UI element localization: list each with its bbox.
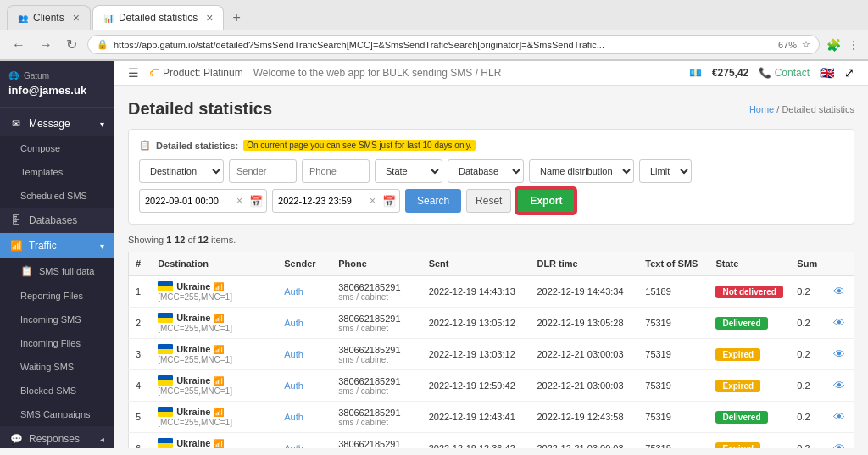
destination-select[interactable]: Destination	[139, 159, 224, 183]
address-bar[interactable]: 🔒 https://app.gatum.io/stat/detailed?Sms…	[87, 35, 820, 54]
date-to-clear[interactable]: ×	[366, 195, 379, 207]
sidebar-item-sms-campaigns[interactable]: SMS Campaigns	[0, 402, 114, 426]
sidebar-item-reporting-files[interactable]: Reporting Files	[0, 284, 114, 308]
cell-dlr: 2022-12-19 13:05:28	[530, 308, 638, 339]
hamburger-icon[interactable]: ☰	[128, 66, 139, 80]
date-to-calendar[interactable]: 📅	[379, 195, 399, 208]
sender-value[interactable]: Auth	[284, 286, 303, 297]
sidebar-item-responses[interactable]: 💬 Responses ◂	[0, 426, 114, 448]
sidebar-label-incoming-sms: Incoming SMS	[20, 314, 81, 325]
sidebar-item-incoming-files[interactable]: Incoming Files	[0, 331, 114, 355]
tab-clients[interactable]: 👥 Clients ×	[7, 5, 91, 30]
new-tab-button[interactable]: +	[225, 7, 247, 29]
reset-button[interactable]: Reset	[466, 189, 511, 213]
brand-icon: 🌐	[8, 71, 19, 80]
sender-input[interactable]	[229, 159, 297, 183]
sidebar-item-sms-full-data[interactable]: 📋 SMS full data	[0, 258, 114, 284]
signal-icon: 📶	[214, 345, 224, 354]
detailed-tab-close[interactable]: ×	[206, 11, 213, 25]
cell-text: 75319	[638, 402, 709, 433]
sender-value[interactable]: Auth	[284, 380, 303, 391]
table-row: 4 Ukraine 📶 [MCC=255,MNC=1] Auth 3806621…	[129, 370, 854, 402]
phone-input[interactable]	[302, 159, 370, 183]
export-button[interactable]: Export	[516, 188, 576, 214]
sidebar-item-scheduled[interactable]: Scheduled SMS	[0, 184, 114, 208]
sidebar-label-databases: Databases	[29, 214, 77, 226]
back-button[interactable]: ←	[8, 36, 29, 54]
flag-ukraine	[158, 375, 173, 386]
sidebar-item-compose[interactable]: Compose	[0, 136, 114, 160]
limit-select[interactable]: Limit	[639, 159, 692, 183]
sidebar-item-databases[interactable]: 🗄 Databases	[0, 208, 114, 233]
detailed-tab-label: Detailed statistics	[119, 12, 198, 24]
flag-icon[interactable]: 🇬🇧	[820, 66, 834, 80]
sender-value[interactable]: Auth	[284, 318, 303, 328]
notice-highlight: On current page you can see SMS just for…	[243, 140, 476, 151]
expand-button[interactable]: ⤢	[844, 66, 854, 80]
sidebar-nav: ✉ Message ▾ Compose Templates Scheduled …	[0, 108, 114, 448]
extensions-icon[interactable]: 🧩	[826, 38, 841, 52]
name-distribution-select[interactable]: Name distribution	[529, 159, 634, 183]
sms-full-data-icon: 📋	[20, 265, 32, 277]
table-row: 1 Ukraine 📶 [MCC=255,MNC=1] Auth 3806621…	[129, 275, 854, 308]
view-icon[interactable]: 👁	[833, 379, 845, 392]
cell-state: Expired	[709, 433, 790, 449]
sender-value[interactable]: Auth	[284, 349, 303, 359]
database-select[interactable]: Database	[448, 159, 524, 183]
cell-phone: 380662185291 sms / cabinet	[331, 339, 422, 370]
date-from-calendar[interactable]: 📅	[246, 195, 266, 208]
forward-button[interactable]: →	[36, 36, 56, 54]
contact-button[interactable]: 📞 Contact	[759, 67, 810, 79]
bookmark-icon[interactable]: ☆	[802, 39, 810, 50]
tab-detailed[interactable]: 📊 Detailed statistics ×	[92, 5, 225, 30]
balance-text: €275,42	[712, 67, 748, 79]
col-header-phone: Phone	[331, 252, 422, 276]
view-icon[interactable]: 👁	[833, 347, 845, 361]
cell-sent: 2022-12-19 13:03:12	[422, 339, 531, 370]
menu-icon[interactable]: ⋮	[848, 38, 860, 52]
filter-notice: 📋 Detailed statistics: On current page y…	[139, 140, 843, 151]
breadcrumb-home[interactable]: Home	[749, 104, 774, 114]
table-body: 1 Ukraine 📶 [MCC=255,MNC=1] Auth 3806621…	[129, 275, 854, 448]
status-badge: Delivered	[715, 411, 767, 424]
cell-state: Expired	[709, 339, 790, 370]
sidebar-item-blocked-sms[interactable]: Blocked SMS	[0, 379, 114, 402]
view-icon[interactable]: 👁	[833, 316, 845, 330]
total-count: 12	[198, 235, 209, 245]
cell-num: 6	[129, 433, 152, 449]
cell-phone: 380662185291 sms / cabinet	[331, 402, 422, 433]
welcome-text: Welcome to the web app for BULK sending …	[253, 67, 679, 79]
reload-button[interactable]: ↻	[63, 35, 81, 54]
date-from-clear[interactable]: ×	[233, 195, 246, 207]
search-button[interactable]: Search	[405, 189, 461, 213]
view-icon[interactable]: 👁	[833, 441, 845, 448]
phone-number: 380662185291	[338, 376, 415, 386]
sidebar-label-sms-full-data: SMS full data	[39, 266, 94, 276]
sender-value[interactable]: Auth	[284, 412, 303, 422]
date-from-input[interactable]	[140, 192, 233, 209]
state-select[interactable]: State	[375, 159, 442, 183]
sidebar-label-reporting-files: Reporting Files	[20, 291, 83, 301]
date-to-input[interactable]	[273, 192, 366, 209]
sender-value[interactable]: Auth	[284, 443, 303, 448]
sidebar-item-waiting-sms[interactable]: Waiting SMS	[0, 355, 114, 379]
data-table: # Destination Sender Phone Sent DLR time…	[128, 252, 854, 448]
sidebar-item-traffic[interactable]: 📶 Traffic ▾	[0, 233, 114, 258]
view-icon[interactable]: 👁	[833, 410, 845, 424]
flag-ukraine	[158, 438, 173, 448]
cell-phone: 380662185291 sms / cabinet	[331, 275, 422, 308]
sidebar-item-templates[interactable]: Templates	[0, 160, 114, 184]
breadcrumb: Home / Detailed statistics	[749, 104, 854, 114]
sidebar-item-incoming-sms[interactable]: Incoming SMS	[0, 308, 114, 331]
clients-tab-close[interactable]: ×	[73, 11, 80, 25]
sidebar-label-scheduled: Scheduled SMS	[20, 191, 87, 201]
signal-icon: 📶	[214, 314, 224, 323]
country-name: Ukraine	[176, 313, 210, 323]
mcc-label: [MCC=255,MNC=1]	[158, 324, 270, 333]
flag-ukraine	[158, 344, 173, 354]
view-icon[interactable]: 👁	[833, 285, 845, 298]
country-name: Ukraine	[176, 438, 210, 448]
sidebar-item-message[interactable]: ✉ Message ▾	[0, 111, 114, 136]
col-header-action	[826, 252, 854, 276]
range-start: 1	[166, 235, 171, 245]
